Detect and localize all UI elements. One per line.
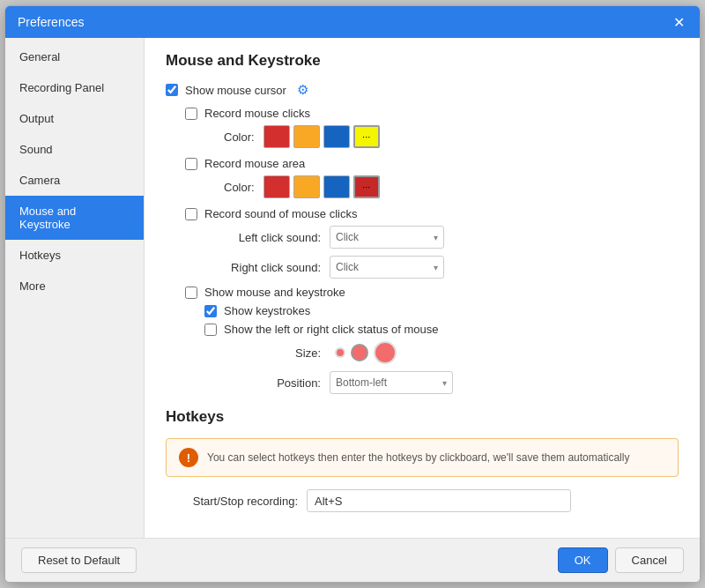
sidebar-item-hotkeys[interactable]: Hotkeys <box>5 240 144 271</box>
ok-button[interactable]: OK <box>558 547 608 573</box>
start-stop-recording-row: Start/Stop recording: Alt+S <box>174 489 679 512</box>
start-stop-label: Start/Stop recording: <box>174 495 298 508</box>
left-click-sound-label: Left click sound: <box>224 231 321 244</box>
size-row: Size: <box>224 341 679 364</box>
show-mouse-keystroke-row: Show mouse and keystroke <box>185 286 679 299</box>
left-click-sound-dropdown[interactable]: Click ▾ <box>330 226 444 249</box>
right-click-sound-value: Click <box>336 261 359 273</box>
color-more-button-2[interactable]: ··· <box>353 175 380 198</box>
record-sound-label: Record sound of mouse clicks <box>204 207 357 220</box>
show-keystrokes-checkbox[interactable] <box>204 305 217 317</box>
hotkeys-section: Hotkeys ! You can select hotkeys then en… <box>166 408 679 512</box>
size-label: Size: <box>224 346 321 360</box>
start-stop-input[interactable]: Alt+S <box>307 489 571 512</box>
mouse-keystroke-title: Mouse and Keystroke <box>166 52 679 70</box>
record-mouse-area-label: Record mouse area <box>204 157 305 170</box>
sidebar-item-mouse-and-keystroke[interactable]: Mouse and Keystroke <box>5 196 144 240</box>
position-label: Position: <box>224 376 321 390</box>
color-swatch-red-2[interactable] <box>263 175 290 198</box>
right-click-sound-dropdown[interactable]: Click ▾ <box>330 256 444 279</box>
show-mouse-keystroke-checkbox[interactable] <box>185 287 197 299</box>
info-icon: ! <box>179 448 198 467</box>
reset-to-default-button[interactable]: Reset to Default <box>21 547 137 573</box>
record-mouse-clicks-row: Record mouse clicks <box>185 107 679 120</box>
color-more-button-1[interactable]: ··· <box>353 125 380 148</box>
color-label-1: Color: <box>224 130 255 144</box>
position-dropdown-arrow: ▾ <box>442 378 447 388</box>
record-mouse-clicks-checkbox[interactable] <box>185 108 197 120</box>
show-lr-click-row: Show the left or right click status of m… <box>204 323 679 336</box>
sidebar: General Recording Panel Output Sound Cam… <box>5 38 145 538</box>
hotkeys-info-box: ! You can select hotkeys then enter the … <box>166 438 679 477</box>
left-click-sound-value: Click <box>336 231 359 243</box>
dialog-footer: Reset to Default OK Cancel <box>5 538 700 582</box>
hotkeys-title: Hotkeys <box>166 408 679 426</box>
close-button[interactable]: ✕ <box>670 13 687 31</box>
record-sound-checkbox[interactable] <box>185 208 197 220</box>
main-content: Mouse and Keystroke Show mouse cursor ⚙ … <box>145 38 700 538</box>
hotkeys-info-text: You can select hotkeys then enter the ho… <box>207 451 629 464</box>
size-large[interactable] <box>374 341 397 364</box>
show-mouse-cursor-checkbox[interactable] <box>166 84 178 96</box>
right-click-sound-label: Right click sound: <box>224 261 321 274</box>
sidebar-item-output[interactable]: Output <box>5 103 144 134</box>
record-mouse-area-row: Record mouse area <box>185 157 679 170</box>
right-click-sound-row: Right click sound: Click ▾ <box>224 256 679 279</box>
show-mouse-cursor-label: Show mouse cursor <box>185 84 286 97</box>
show-mouse-cursor-row: Show mouse cursor ⚙ <box>166 82 679 98</box>
footer-right-buttons: OK Cancel <box>558 547 684 573</box>
sidebar-item-sound[interactable]: Sound <box>5 134 144 165</box>
color-swatch-red-1[interactable] <box>263 125 290 148</box>
size-small[interactable] <box>335 347 345 358</box>
show-lr-click-label: Show the left or right click status of m… <box>224 323 439 336</box>
left-click-sound-row: Left click sound: Click ▾ <box>224 226 679 249</box>
sidebar-item-camera[interactable]: Camera <box>5 165 144 196</box>
preferences-dialog: Preferences ✕ General Recording Panel Ou… <box>4 5 701 583</box>
record-mouse-area-checkbox[interactable] <box>185 158 197 170</box>
record-mouse-clicks-label: Record mouse clicks <box>204 107 310 120</box>
mouse-clicks-color-row: Color: ··· <box>224 125 679 148</box>
color-swatch-blue-1[interactable] <box>323 125 350 148</box>
sidebar-item-general[interactable]: General <box>5 41 144 72</box>
dialog-body: General Recording Panel Output Sound Cam… <box>5 38 700 538</box>
color-swatch-yellow-2[interactable] <box>293 175 320 198</box>
right-click-dropdown-arrow: ▾ <box>434 263 438 272</box>
size-medium[interactable] <box>351 344 368 361</box>
gear-icon[interactable]: ⚙ <box>297 82 308 98</box>
show-keystrokes-row: Show keystrokes <box>204 304 679 317</box>
cancel-button[interactable]: Cancel <box>615 547 684 573</box>
position-row: Position: Bottom-left ▾ <box>224 371 679 394</box>
sidebar-item-more[interactable]: More <box>5 271 144 301</box>
title-bar: Preferences ✕ <box>5 6 700 38</box>
color-swatch-yellow-1[interactable] <box>293 125 320 148</box>
show-keystrokes-label: Show keystrokes <box>224 304 310 317</box>
record-sound-row: Record sound of mouse clicks <box>185 207 679 220</box>
position-dropdown[interactable]: Bottom-left ▾ <box>330 371 453 394</box>
dialog-title: Preferences <box>18 15 84 29</box>
show-mouse-keystroke-label: Show mouse and keystroke <box>204 286 345 299</box>
sidebar-item-recording-panel[interactable]: Recording Panel <box>5 72 144 103</box>
color-swatch-blue-2[interactable] <box>323 175 350 198</box>
left-click-dropdown-arrow: ▾ <box>434 233 438 242</box>
show-lr-click-checkbox[interactable] <box>204 324 217 336</box>
color-label-2: Color: <box>224 181 255 194</box>
position-value: Bottom-left <box>336 376 387 389</box>
mouse-area-color-row: Color: ··· <box>224 175 679 198</box>
